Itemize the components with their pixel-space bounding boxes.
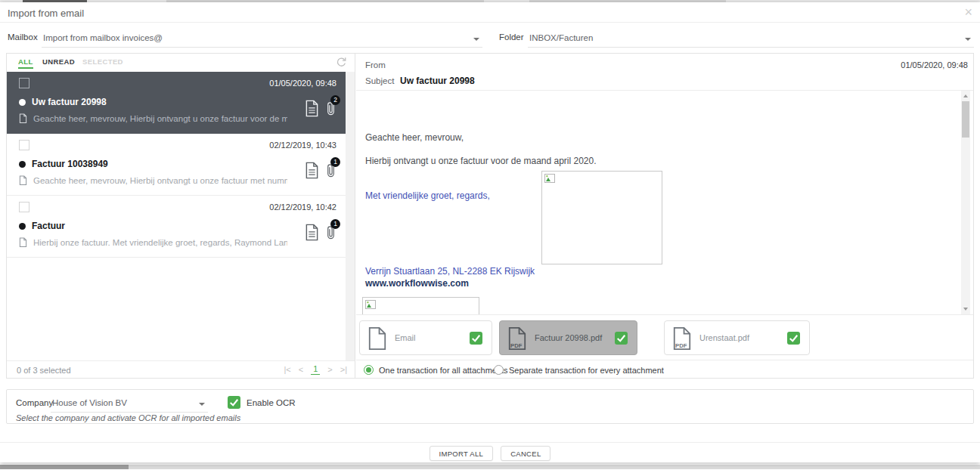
subject-label: Subject xyxy=(365,76,394,85)
attachment-count-badge: 1 xyxy=(330,219,340,229)
import-all-button[interactable]: IMPORT ALL xyxy=(430,446,494,461)
attachments-row: Email PDF Factuur 20998.pdf xyxy=(356,314,973,360)
unread-dot-icon xyxy=(19,99,26,106)
attachment-checkbox[interactable] xyxy=(787,332,800,345)
email-date: 01/05/2020, 09:48 xyxy=(269,79,336,88)
company-hint: Select the company and activate OCR for … xyxy=(16,413,240,422)
email-list-scrollbar[interactable] xyxy=(346,72,355,360)
body-line: Hierbij ontvangt u onze factuur voor de … xyxy=(365,156,597,166)
last-page-icon[interactable]: >| xyxy=(340,365,347,374)
close-icon[interactable]: × xyxy=(964,5,972,20)
dialog-title: Import from email xyxy=(8,8,84,19)
attachment-checkbox[interactable] xyxy=(615,332,628,345)
attachment-name: Factuur 20998.pdf xyxy=(535,333,602,342)
company-label: Company xyxy=(16,398,53,407)
email-preview-panel: From 01/05/2020, 09:48 Subject Uw factuu… xyxy=(356,54,973,378)
email-list: 01/05/2020, 09:48 Uw factuur 20998 Geach… xyxy=(7,72,346,360)
attachment-card-pdf[interactable]: PDF Urenstaat.pdf xyxy=(664,320,810,355)
email-date: 02/12/2019, 10:42 xyxy=(269,203,336,212)
page-icon xyxy=(19,237,27,248)
company-value: House of Vision BV xyxy=(52,398,127,407)
page-icon xyxy=(19,113,27,124)
attachment-card-pdf[interactable]: PDF Factuur 20998.pdf xyxy=(499,320,637,355)
email-checkbox[interactable] xyxy=(19,140,29,150)
chevron-down-icon xyxy=(199,403,205,406)
email-subject: Uw factuur 20998 xyxy=(32,97,107,107)
background-scrollbar-thumb xyxy=(0,465,129,469)
document-icon xyxy=(305,162,319,179)
attachment-name: Email xyxy=(395,333,416,342)
list-footer: 0 of 3 selected |< < 1 > >| xyxy=(7,360,355,378)
enable-ocr-checkbox[interactable] xyxy=(228,396,240,409)
email-subject: Factuur 10038949 xyxy=(32,159,108,169)
signature-address: Verrijn Stuartlaan 25, NL-2288 EK Rijswi… xyxy=(365,266,535,277)
email-row[interactable]: 01/05/2020, 09:48 Uw factuur 20998 Geach… xyxy=(7,72,346,134)
radio-separate-transaction[interactable]: Separate transaction for every attachmen… xyxy=(494,365,664,375)
attachment-count-badge: 2 xyxy=(330,95,340,105)
email-date: 02/12/2019, 10:43 xyxy=(269,141,336,150)
broken-image-icon xyxy=(365,300,376,309)
first-page-icon[interactable]: |< xyxy=(284,365,290,374)
company-section: Company House of Vision BV Enable OCR Se… xyxy=(6,389,974,424)
radio-unselected-icon[interactable] xyxy=(494,365,504,375)
refresh-icon[interactable] xyxy=(336,57,347,68)
email-preview: Geachte heer, mevrouw, Hierbij ontvangt … xyxy=(33,114,287,123)
next-page-icon[interactable]: > xyxy=(327,365,332,374)
tab-all[interactable]: ALL xyxy=(18,57,33,69)
selected-count: 0 of 3 selected xyxy=(17,366,71,375)
email-row[interactable]: 02/12/2019, 10:42 Factuur Hierbij onze f… xyxy=(7,196,346,258)
body-scrollbar[interactable] xyxy=(961,91,970,314)
document-icon xyxy=(305,224,319,241)
email-row[interactable]: 02/12/2019, 10:43 Factuur 10038949 Geach… xyxy=(7,134,346,196)
company-select[interactable]: House of Vision BV xyxy=(51,394,208,413)
email-body: Geachte heer, mevrouw, Hierbij ontvangt … xyxy=(356,91,973,314)
list-tabs: ALL UNREAD SELECTED xyxy=(7,54,355,72)
email-checkbox[interactable] xyxy=(19,202,29,212)
dialog-titlebar: Import from email × xyxy=(0,2,980,23)
document-icon xyxy=(305,100,319,117)
pdf-icon: PDF xyxy=(672,326,692,351)
preview-date: 01/05/2020, 09:48 xyxy=(901,60,968,70)
page-icon xyxy=(19,175,27,186)
background-scrollbar-track xyxy=(129,465,980,469)
attachment-card-email[interactable]: Email xyxy=(359,320,492,355)
unread-dot-icon xyxy=(19,161,26,168)
signature-website[interactable]: www.workflowwise.com xyxy=(365,278,469,289)
attachment-count-badge: 1 xyxy=(330,157,340,167)
folder-select[interactable]: INBOX/Facturen xyxy=(528,29,974,48)
import-from-email-dialog: Import from email × Mailbox Import from … xyxy=(0,2,980,462)
svg-text:PDF: PDF xyxy=(675,342,687,349)
radio-one-transaction[interactable]: One transaction for all attachments xyxy=(364,365,508,375)
scroll-down-icon[interactable] xyxy=(963,308,968,311)
paperclip-icon: 1 xyxy=(326,224,336,240)
radio-selected-icon[interactable] xyxy=(364,365,374,375)
main-split: ALL UNREAD SELECTED 01/05/2020, 09:48 xyxy=(6,53,974,379)
prev-page-icon[interactable]: < xyxy=(299,365,303,374)
chevron-down-icon xyxy=(473,38,479,41)
email-checkbox[interactable] xyxy=(19,78,29,88)
enable-ocr-label: Enable OCR xyxy=(247,398,296,407)
background-page-bottom xyxy=(0,462,980,470)
cancel-button[interactable]: CANCEL xyxy=(501,446,550,461)
pagination: |< < 1 > >| xyxy=(284,364,347,375)
tab-unread[interactable]: UNREAD xyxy=(42,57,75,66)
chevron-down-icon xyxy=(965,38,971,41)
email-subject: Factuur xyxy=(32,221,65,231)
email-list-panel: ALL UNREAD SELECTED 01/05/2020, 09:48 xyxy=(7,54,355,378)
broken-image-placeholder xyxy=(362,297,479,314)
subject-value: Uw factuur 20998 xyxy=(400,76,475,86)
scrollbar-thumb[interactable] xyxy=(962,101,969,138)
page-number[interactable]: 1 xyxy=(311,364,320,375)
broken-image-placeholder xyxy=(541,171,662,264)
tab-selected[interactable]: SELECTED xyxy=(82,57,123,66)
attachment-name: Urenstaat.pdf xyxy=(699,333,749,342)
scroll-up-icon[interactable] xyxy=(963,94,968,97)
svg-text:PDF: PDF xyxy=(510,342,523,349)
file-icon xyxy=(368,326,387,351)
mailbox-select[interactable]: Import from mailbox invoices@ xyxy=(42,29,482,48)
dialog-footer: IMPORT ALL CANCEL xyxy=(0,446,980,461)
screen: Import from email × Mailbox Import from … xyxy=(0,0,980,470)
attachment-checkbox[interactable] xyxy=(470,332,482,345)
paperclip-icon: 2 xyxy=(326,100,336,116)
transaction-options: One transaction for all attachments Sepa… xyxy=(356,360,973,379)
